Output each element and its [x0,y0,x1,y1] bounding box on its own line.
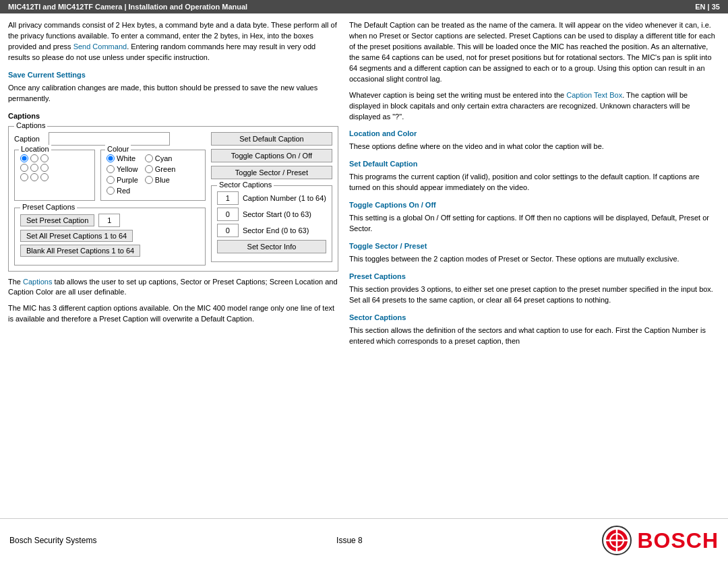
sector-captions-box: Sector Captions Caption Number (1 to 64)… [211,185,332,262]
bosch-brand-text: BOSCH [637,528,719,553]
colour-col-2: Cyan Green [145,154,176,196]
loc-radio-3[interactable] [40,154,49,162]
sector-end-label: Sector End (0 to 63) [243,226,309,235]
preset-btn-row-1: Set Preset Caption [20,214,200,227]
toggle-captions-on-off-button[interactable]: Toggle Captions On / Off [211,149,332,162]
caption-number-label: Caption Number (1 to 64) [243,194,326,202]
colour-col-1: White Yellow [107,154,138,196]
colour-cyan-label: Cyan [155,154,173,162]
captions-right-panel: Set Default Caption Toggle Captions On /… [211,132,332,262]
save-text: Once any calibration changes are made, t… [8,83,338,104]
location-box: Location [14,150,95,201]
colour-purple-radio[interactable] [107,176,115,184]
colour-green-row: Green [145,165,176,173]
toggle-on-off-text: This setting is a global On / Off settin… [349,213,720,235]
preset-number-input[interactable] [98,214,120,227]
sector-captions-heading: Sector Captions [349,313,720,323]
set-sector-info-button[interactable]: Set Sector Info [217,240,326,253]
captions-box-label: Captions [14,121,47,129]
bosch-logo-icon [602,526,632,555]
send-command-link[interactable]: Send Command [73,42,127,51]
sector-end-input[interactable] [217,224,239,237]
toggle-sector-text: This toggles between the 2 caption modes… [349,254,720,265]
toggle-sector-heading: Toggle Sector / Preset [349,241,720,252]
toggle-sector-preset-button[interactable]: Toggle Sector / Preset [211,166,332,179]
preset-btn-row-3: Blank All Preset Captions 1 to 64 [20,245,200,257]
right-column: The Default Caption can be treated as th… [349,20,720,352]
set-default-caption-button[interactable]: Set Default Caption [211,132,332,146]
colour-yellow-radio[interactable] [107,165,115,173]
footer-right: BOSCH [602,526,719,555]
header-bar: MIC412TI and MIC412TF Camera | Installat… [0,0,728,13]
preset-btn-row-2: Set All Preset Captions 1 to 64 [20,230,200,242]
preset-captions-heading: Preset Captions [349,272,720,282]
save-heading: Save Current Settings [8,70,338,81]
colour-green-radio[interactable] [145,165,153,173]
right-para1: The Default Caption can be treated as th… [349,20,720,85]
caption-text-input[interactable] [49,132,170,146]
header-title: MIC412TI and MIC412TF Camera | Installat… [8,3,247,11]
captions-heading: Captions [8,111,338,122]
location-box-label: Location [19,145,51,153]
loc-radio-6[interactable] [40,164,49,172]
right-para2: Whatever caption is being set the writin… [349,90,720,123]
colour-white-radio[interactable] [107,154,115,162]
colour-blue-radio[interactable] [145,176,153,184]
blank-all-preset-button[interactable]: Blank All Preset Captions 1 to 64 [20,245,140,257]
footer: Bosch Security Systems Issue 8 BOSCH [0,518,728,562]
left-column: All privacy commands consist of 2 Hex by… [8,20,338,352]
colour-cyan-radio[interactable] [145,154,153,162]
sector-start-row: Sector Start (0 to 63) [217,208,326,221]
colour-cyan-row: Cyan [145,154,176,162]
colour-yellow-row: Yellow [107,165,138,173]
colour-red-radio[interactable] [107,187,115,195]
caption-label: Caption [14,135,44,143]
location-radio-row-3 [20,173,89,181]
captions-left-panel: Caption Location [14,132,206,266]
colour-blue-label: Blue [155,176,170,184]
loc-radio-1[interactable] [20,154,28,162]
en-number: EN | 35 [695,3,720,11]
caption-row: Caption [14,132,206,146]
mic-text: The MIC has 3 different caption options … [8,303,338,325]
inner-boxes: Location [14,150,206,201]
loc-radio-9[interactable] [40,173,49,181]
set-all-preset-button[interactable]: Set All Preset Captions 1 to 64 [20,230,133,242]
set-sector-btn-row: Set Sector Info [217,240,326,253]
captions-box: Captions Caption Location [8,126,338,272]
loc-radio-7[interactable] [20,173,28,181]
colour-purple-label: Purple [117,176,138,184]
colour-red-row: Red [107,187,138,195]
sector-caption-number-row: Caption Number (1 to 64) [217,191,326,205]
intro-text: All privacy commands consist of 2 Hex by… [8,20,338,63]
colour-yellow-label: Yellow [117,165,138,173]
sector-captions-text: This section allows the definition of th… [349,325,720,347]
colour-green-label: Green [155,165,176,173]
caption-text-box-link[interactable]: Caption Text Box [566,91,622,99]
caption-number-input[interactable] [217,191,239,205]
location-radio-row-2 [20,164,89,172]
loc-radio-8[interactable] [30,173,38,181]
colour-purple-row: Purple [107,176,138,184]
loc-radio-5[interactable] [30,164,38,172]
captions-tab-link[interactable]: Captions [23,278,52,286]
preset-captions-box-label: Preset Captions [20,203,77,211]
loc-radio-4[interactable] [20,164,28,172]
colour-white-row: White [107,154,138,162]
loc-radio-2[interactable] [30,154,38,162]
colour-white-label: White [117,154,135,162]
location-radio-row-1 [20,154,89,162]
colour-columns: White Yellow [107,154,200,196]
sector-start-input[interactable] [217,208,239,221]
footer-left: Bosch Security Systems [9,536,96,545]
set-preset-caption-button[interactable]: Set Preset Caption [20,214,94,226]
footer-center: Issue 8 [336,536,363,545]
location-color-text: These options define where on the video … [349,142,720,152]
sector-start-label: Sector Start (0 to 63) [243,210,311,218]
sector-end-row: Sector End (0 to 63) [217,224,326,237]
toggle-on-off-heading: Toggle Captions On / Off [349,200,720,211]
colour-red-label: Red [117,187,130,195]
set-default-heading: Set Default Caption [349,159,720,170]
location-color-heading: Location and Color [349,129,720,139]
colour-blue-row: Blue [145,176,176,184]
